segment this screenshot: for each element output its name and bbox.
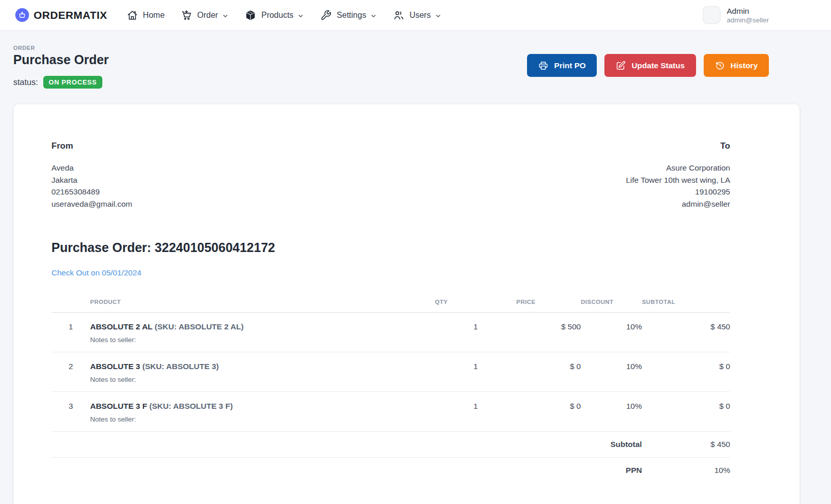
product-sku: (SKU: ABSOLUTE 3 F) <box>149 402 233 410</box>
product-name: ABSOLUTE 3 <box>90 362 140 371</box>
row-price: $ 0 <box>516 352 581 372</box>
cart-plus-icon <box>181 10 192 21</box>
from-line: useraveda@gmail.com <box>51 198 132 210</box>
ppn-label: PPN <box>581 458 642 484</box>
table-row: 1 ABSOLUTE 2 AL (SKU: ABSOLUTE 2 AL) 1 $… <box>51 313 730 352</box>
print-po-label: Print PO <box>554 61 586 70</box>
purchase-order-number-heading: Purchase Order: 32240105060412172 <box>51 240 730 255</box>
nav-item-home[interactable]: Home <box>127 10 165 21</box>
from-line: Jakarta <box>51 174 132 186</box>
subtotal-value: $ 450 <box>642 432 730 458</box>
notes-to-seller: Notes to seller: <box>90 411 730 432</box>
chevron-down-icon <box>370 13 377 19</box>
brand-logo[interactable]: ORDERMATIX <box>15 8 107 22</box>
row-index: 2 <box>51 352 90 372</box>
home-icon <box>127 10 138 21</box>
history-button[interactable]: History <box>704 54 769 77</box>
edit-icon <box>616 61 626 71</box>
status-badge: ON PROCESS <box>43 76 103 89</box>
from-address-block: From Aveda Jakarta 02165308489 useraveda… <box>51 141 132 210</box>
main-nav: Home Order Products <box>127 10 441 21</box>
product-sku: (SKU: ABSOLUTE 3) <box>142 362 218 371</box>
col-index <box>51 299 90 313</box>
to-line: Life Tower 10th west wing, LA <box>626 174 730 186</box>
col-subtotal: SUBTOTAL <box>642 299 730 313</box>
chevron-down-icon <box>222 13 229 19</box>
row-subtotal: $ 450 <box>642 313 730 332</box>
wrench-icon <box>320 10 331 21</box>
row-qty: 1 <box>435 392 516 411</box>
avatar <box>703 6 721 24</box>
basket-logo-icon <box>15 8 29 22</box>
breadcrumb: ORDER <box>13 45 109 51</box>
to-heading: To <box>626 141 730 151</box>
nav-item-users[interactable]: Users <box>393 10 441 21</box>
nav-item-settings[interactable]: Settings <box>320 10 377 21</box>
update-status-label: Update Status <box>631 61 684 70</box>
to-address-block: To Asure Corporation Life Tower 10th wes… <box>626 141 730 210</box>
purchase-order-card: From Aveda Jakarta 02165308489 useraveda… <box>13 104 800 504</box>
from-line: 02165308489 <box>51 186 132 198</box>
update-status-button[interactable]: Update Status <box>604 54 696 77</box>
ppn-value: 10% <box>642 458 730 484</box>
user-name: Admin <box>727 6 769 16</box>
nav-label: Home <box>143 11 165 20</box>
table-row: 2 ABSOLUTE 3 (SKU: ABSOLUTE 3) 1 $ 0 10%… <box>51 352 730 392</box>
action-buttons: Print PO Update Status History <box>527 54 769 77</box>
subtotal-label: Subtotal <box>581 432 642 458</box>
page-title: Purchase Order <box>13 52 109 67</box>
table-row: 3 ABSOLUTE 3 F (SKU: ABSOLUTE 3 F) 1 $ 0… <box>51 392 730 432</box>
row-price: $ 500 <box>516 313 581 332</box>
nav-label: Settings <box>337 11 366 20</box>
top-navbar: ORDERMATIX Home Order <box>0 0 831 31</box>
print-po-button[interactable]: Print PO <box>527 54 597 77</box>
brand-name: ORDERMATIX <box>34 9 107 21</box>
product-name: ABSOLUTE 2 AL <box>90 322 153 331</box>
notes-to-seller: Notes to seller: <box>90 371 730 392</box>
ppn-row: PPN 10% <box>51 458 730 484</box>
row-discount: 10% <box>581 313 642 332</box>
chevron-down-icon <box>297 13 304 19</box>
product-sku: (SKU: ABSOLUTE 2 AL) <box>155 322 244 331</box>
row-qty: 1 <box>435 352 516 372</box>
row-discount: 10% <box>581 352 642 372</box>
to-line: admin@seller <box>626 198 730 210</box>
row-qty: 1 <box>435 313 516 332</box>
table-header-row: PRODUCT QTY PRICE DISCOUNT SUBTOTAL <box>51 299 730 313</box>
row-subtotal: $ 0 <box>642 392 730 411</box>
checkout-date-link[interactable]: Check Out on 05/01/2024 <box>51 268 142 277</box>
user-email: admin@seller <box>727 16 769 24</box>
col-product: PRODUCT <box>90 299 435 313</box>
row-subtotal: $ 0 <box>642 352 730 372</box>
col-qty: QTY <box>435 299 516 313</box>
row-discount: 10% <box>581 392 642 411</box>
row-index: 1 <box>51 313 90 332</box>
history-label: History <box>731 61 758 70</box>
nav-label: Products <box>261 11 293 20</box>
page-header: ORDER Purchase Order status: ON PROCESS … <box>0 31 831 89</box>
history-clock-icon <box>715 61 725 71</box>
user-menu[interactable]: Admin admin@seller <box>703 6 769 24</box>
status-label: status: <box>13 77 38 87</box>
from-line: Aveda <box>51 162 132 174</box>
notes-to-seller: Notes to seller: <box>90 331 730 352</box>
users-icon <box>393 10 404 21</box>
box-icon <box>245 10 256 21</box>
nav-label: Users <box>409 11 431 20</box>
to-line: Asure Corporation <box>626 162 730 174</box>
nav-label: Order <box>197 11 218 20</box>
chevron-down-icon <box>435 13 441 19</box>
to-line: 19100295 <box>626 186 730 198</box>
nav-item-order[interactable]: Order <box>181 10 229 21</box>
from-heading: From <box>51 141 132 151</box>
nav-item-products[interactable]: Products <box>245 10 304 21</box>
row-index: 3 <box>51 392 90 411</box>
line-items-table: PRODUCT QTY PRICE DISCOUNT SUBTOTAL 1 AB… <box>51 299 730 483</box>
col-discount: DISCOUNT <box>581 299 642 313</box>
col-price: PRICE <box>516 299 581 313</box>
row-price: $ 0 <box>516 392 581 411</box>
printer-icon <box>538 61 548 71</box>
subtotal-row: Subtotal $ 450 <box>51 432 730 458</box>
product-name: ABSOLUTE 3 F <box>90 402 147 410</box>
